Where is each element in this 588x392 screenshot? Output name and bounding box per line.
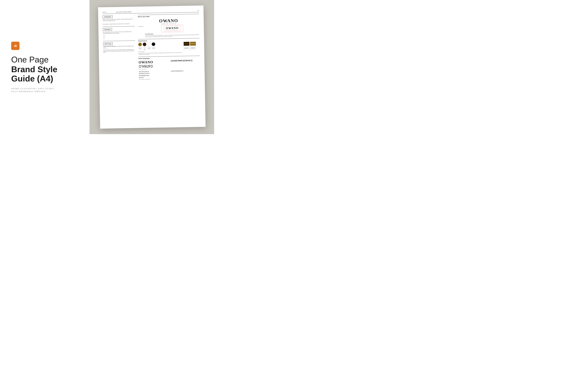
cv-row-1: OWANO OWANO [184, 42, 200, 46]
doc-title: Logo & Brand Identity Guideline [116, 11, 132, 12]
colour-dark-brown [143, 43, 146, 46]
brand-typography-title: Brand Typography [139, 57, 200, 60]
how-to-use-title: How To Use [103, 42, 113, 45]
colour-circles [138, 42, 182, 46]
brand-colours-title: Brand Colours [138, 39, 200, 42]
subtitle-block: Adobe Illustrator | Easy to Edit Fully B… [11, 88, 78, 92]
cv-white-1: OWANO [184, 46, 190, 50]
main-title-block: One Page Brand Style Guide (A4) [11, 55, 78, 83]
colour-label-2: 64 PP PP 71#43222#43200 [143, 47, 146, 50]
colour-section-inner: 36 47 72 12164,105,107#A3636B 64 PP PP 7… [138, 42, 200, 55]
document: SG.CO Logo & Brand Identity Guideline 0.… [98, 6, 206, 128]
doc-page-num: 0.1 [198, 10, 199, 11]
typo-row-1: OWANO OWANO Owano Custom Typeface 123456… [139, 59, 200, 70]
doc-left-column: Introduction Owano is a family run coffe… [103, 15, 137, 124]
doc-right-column: Brand Logo & Mark OWANO COFFEE HOUSE Vis… [138, 14, 201, 124]
cv-outline-1: OWANO [190, 46, 196, 50]
left-panel: Ai One Page Brand Style Guide (A4) Adobe… [0, 0, 90, 134]
colour-white [147, 42, 151, 46]
alphabet-numbers: 1234567890!@£$%&*() [171, 70, 183, 72]
alphabet-text: ABCDEFGHIJKLMNOPQRSTUVWXYZabcdefghijklmn… [139, 70, 168, 79]
typo-left: OWANO OWANO Owano Custom Typeface [139, 60, 168, 70]
title-line2: Brand Style [11, 65, 78, 74]
owano-font-label: Owano Custom Typeface [139, 68, 168, 70]
instruction-body: Do not change the colours even if they l… [103, 31, 135, 34]
visual-identity-label: Visual Identity [138, 26, 143, 27]
doc-company: SG.CO [103, 12, 106, 13]
typeface-body: OWANO CUSTOM TYPEFACE is the primary fon… [103, 45, 135, 48]
instruction-section: Instruction Do not change the colours ev… [103, 26, 135, 39]
brand-logo-title: Brand Logo & Mark [138, 15, 199, 18]
clear-white-space-block: Clear White Space Concept is derived fro… [145, 33, 199, 38]
typo-alphabet-right: 1234567890!@£$%&*() [171, 70, 200, 72]
owano-typo-solid: OWANO [139, 60, 168, 64]
intro-section: Introduction Owano is a family run coffe… [103, 15, 135, 22]
ai-icon: Ai [11, 42, 20, 50]
colour-left: 36 47 72 12164,105,107#A3636B 64 PP PP 7… [138, 42, 182, 55]
typo-numbers: 1234567890!@£$%&*() [171, 59, 200, 62]
doc-body: Introduction Owano is a family run coffe… [103, 14, 201, 124]
acumin-body: Acumin Variable Concept is to be used fo… [103, 49, 135, 53]
vi-label-text: Visual Identity [138, 26, 144, 27]
owano-logo-large: OWANO COFFEE HOUSE [138, 18, 199, 25]
doc-header: SG.CO Logo & Brand Identity Guideline 0.… [103, 10, 199, 14]
intro-title: Introduction [103, 15, 113, 18]
typo-right: 1234567890!@£$%&*() [171, 59, 200, 62]
cv-brown-1-text: OWANO [191, 43, 195, 44]
doc-header-right: Logo & Brand Identity Guideline 0.1 [116, 10, 199, 12]
owano-inner-box: OWANO COFFEE HOUSE [164, 26, 181, 32]
owano-boxed-sub: COFFEE HOUSE [166, 30, 179, 31]
brand-logo-section: Brand Logo & Mark OWANO COFFEE HOUSE Vis… [138, 14, 199, 38]
colour-tan [138, 43, 142, 46]
owano-boxed-logo: OWANO COFFEE HOUSE [161, 25, 183, 32]
owano-boxed-text: OWANO [166, 26, 179, 30]
colour-right: OWANO OWANO OWANO [184, 42, 200, 54]
acumin-label: Acumin Variable Concept (Regular) [139, 78, 168, 80]
squish-red: Do not [103, 24, 106, 24]
cv-row: OWANO OWANO OWANO [184, 42, 200, 50]
colour-label-1: 36 47 72 12164,105,107#A3636B [138, 47, 142, 50]
acumin-title: Acumin Variable Concept [103, 49, 113, 50]
subtitle2: Fully Brandable Template [11, 90, 78, 92]
instruction-text: change the colours even if they look sim… [103, 31, 132, 34]
concept-text: Concept is derived from the shape of a c… [145, 34, 200, 38]
cv-dark-1-text: OWANO [184, 43, 189, 44]
typo-row-2: ABCDEFGHIJKLMNOPQRSTUVWXYZabcdefghijklmn… [139, 70, 200, 80]
squish-text: squish or squash the logo. Any resizing … [106, 23, 130, 24]
colour-labels: 36 47 72 12164,105,107#A3636B 64 PP PP 7… [138, 46, 182, 50]
hex-label: HEX [103, 38, 135, 39]
colour-black [152, 42, 155, 46]
typo-alphabet-left: ABCDEFGHIJKLMNOPQRSTUVWXYZabcdefghijklmn… [139, 70, 168, 80]
cv-dark-1: OWANO [184, 42, 189, 46]
intro-body: Owano is a family run coffee house situa… [103, 18, 135, 22]
how-to-use-section: How To Use OWANO CUSTOM TYPEFACE is the … [103, 40, 135, 53]
label-row: CMYK RGB HEX [103, 34, 135, 39]
subtitle1: Adobe Illustrator | Easy to Edit [11, 88, 78, 90]
title-line3: Guide (A4) [11, 74, 78, 83]
instruction-red: Do not [103, 32, 106, 32]
colour-label-3: 0 0 0 0255,255,255#FFFFFF [147, 46, 151, 50]
owano-typo-outline: OWANO [139, 64, 168, 69]
ai-icon-label: Ai [14, 44, 17, 48]
squish-warning: Do not squish or squash the logo. Any re… [103, 23, 135, 25]
cv-white-1-text: OWANO [184, 48, 189, 48]
colour-variation-block: Colour Variations Owano logo used on an … [138, 50, 182, 55]
cv-brown-1: OWANO [190, 42, 196, 46]
title-line1: One Page [11, 55, 78, 64]
cv-outline-1-text: OWANO [191, 48, 195, 48]
brand-colours-section: Brand Colours 36 [138, 38, 200, 55]
instruction-title: Instruction [103, 28, 112, 31]
right-panel: SG.CO Logo & Brand Identity Guideline 0.… [90, 0, 214, 134]
colour-variation-note: Owano logo used on an application will o… [138, 52, 182, 55]
owano-outer-box: OWANO COFFEE HOUSE [161, 25, 183, 32]
cv-row-2: OWANO OWANO [184, 46, 200, 50]
colour-label-4: 0 0 0 100000,000,000#000000 [152, 46, 155, 50]
typeface-title: OWANO CUSTOM TYPEFACE [103, 46, 116, 47]
cmyk-label: CMYK [103, 34, 135, 36]
rgb-label: RGB [103, 36, 135, 38]
brand-typography-section: Brand Typography OWANO OWANO Owano Custo… [139, 56, 200, 80]
do-not-squish-section: Do not squish or squash the logo. Any re… [103, 23, 135, 25]
